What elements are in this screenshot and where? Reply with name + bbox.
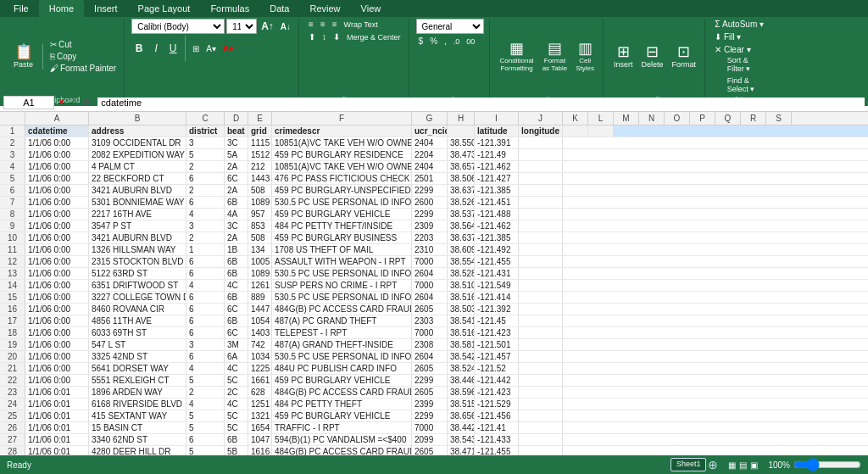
cell-styles-button[interactable]: ▥ CellStyles — [572, 39, 598, 74]
decrease-decimal-button[interactable]: 00 — [464, 36, 477, 47]
align-center-button[interactable]: ≡ — [318, 19, 328, 30]
confirm-formula-icon[interactable]: ✓ — [69, 97, 76, 108]
cell[interactable]: 38.53717 — [448, 209, 475, 220]
table-row[interactable]: 51/1/06 0:0022 BECKFORD CT66C1443476 PC … — [0, 173, 868, 185]
cell[interactable]: 547 L ST — [89, 339, 186, 350]
cell[interactable]: 3421 AUBURN BLVD — [89, 185, 186, 196]
italic-button[interactable]: I — [148, 42, 164, 55]
cell[interactable]: 38.65785 — [448, 161, 475, 172]
cell[interactable]: 3 — [186, 220, 225, 231]
cell[interactable]: 1326 HILLSMAN WAY — [89, 244, 186, 255]
table-row[interactable]: 171/1/06 0:004856 11TH AVE66B1054487(A) … — [0, 315, 868, 327]
cell[interactable]: 2299 — [412, 375, 448, 386]
clear-button[interactable]: ✕ Clear ▾ — [712, 44, 753, 55]
cell[interactable]: 2204 — [412, 149, 448, 160]
cell-f1[interactable]: crimedescr — [272, 125, 412, 137]
tab-file[interactable]: File — [3, 0, 39, 17]
cell[interactable]: 1/1/06 0:01 — [25, 446, 89, 455]
number-format-select[interactable]: General — [416, 19, 484, 34]
cell[interactable]: 2 — [186, 232, 225, 243]
cell[interactable]: 1B — [225, 244, 248, 255]
cell[interactable]: 3325 42ND ST — [89, 351, 186, 362]
cell[interactable]: 38.6566 — [448, 410, 475, 421]
cell[interactable]: 5C — [225, 410, 248, 421]
cell[interactable]: 4 — [186, 363, 225, 374]
cell[interactable]: 6C — [225, 173, 248, 184]
cell[interactable]: 4C — [225, 280, 248, 291]
col-header-j[interactable]: J — [519, 112, 563, 125]
col-header-m[interactable]: M — [614, 112, 639, 125]
cell[interactable]: 1654 — [248, 422, 272, 433]
font-family-select[interactable]: Calibri (Body) — [131, 19, 225, 34]
table-row[interactable]: 131/1/06 0:005122 63RD ST66B1089530.5 PC… — [0, 268, 868, 280]
cell[interactable]: -121.462 — [475, 220, 519, 231]
cell[interactable]: 5 — [186, 149, 225, 160]
cell[interactable] — [519, 304, 563, 315]
insert-button[interactable]: ⊞ Insert — [610, 42, 637, 70]
cell[interactable] — [519, 161, 563, 172]
cell[interactable]: -121.41 — [475, 422, 519, 433]
cell[interactable]: 1225 — [248, 363, 272, 374]
cell[interactable]: 38.5438 — [448, 434, 475, 445]
cell[interactable]: 3 — [186, 339, 225, 350]
cell[interactable] — [519, 399, 563, 410]
cell[interactable]: 5122 63RD ST — [89, 268, 186, 279]
cell[interactable]: 4C — [225, 363, 248, 374]
cell[interactable]: 38.52698 — [448, 197, 475, 208]
decrease-font-button[interactable]: A↓ — [278, 21, 293, 32]
cell-d1[interactable]: beat — [225, 125, 248, 137]
cell[interactable]: 1/1/06 0:00 — [25, 137, 89, 148]
cell[interactable]: -121.456 — [475, 410, 519, 421]
cell[interactable]: -121.529 — [475, 399, 519, 410]
cell[interactable]: 2604 — [412, 268, 448, 279]
col-header-s[interactable]: S — [766, 112, 792, 125]
cell[interactable]: 6 — [186, 351, 225, 362]
cell[interactable]: 38.56433 — [448, 220, 475, 231]
cell-k1[interactable] — [563, 125, 588, 137]
top-align-button[interactable]: ⬆ — [306, 31, 318, 42]
cell[interactable] — [519, 149, 563, 160]
cell[interactable]: 530.5 PC USE PERSONAL ID INFO — [272, 351, 412, 362]
cell[interactable]: 3C — [225, 137, 248, 148]
cell[interactable] — [519, 197, 563, 208]
sort-filter-button[interactable]: Sort &Filter ▾ — [725, 55, 758, 74]
table-row[interactable]: 41/1/06 0:004 PALM CT22A21210851(A)VC TA… — [0, 161, 868, 173]
cell[interactable] — [519, 363, 563, 374]
cell[interactable]: 1/1/06 0:00 — [25, 292, 89, 303]
cell[interactable]: -121.488 — [475, 209, 519, 220]
table-row[interactable]: 181/1/06 0:006033 69TH ST66C1403TELEPEST… — [0, 327, 868, 339]
bold-button[interactable]: B — [131, 42, 147, 55]
merge-center-button[interactable]: Merge & Center — [344, 32, 403, 42]
cell[interactable]: 5B — [225, 446, 248, 455]
paste-button[interactable]: 📋 Paste — [8, 42, 38, 70]
cell[interactable]: 1447 — [248, 304, 272, 315]
cell[interactable]: 22 BECKFORD CT — [89, 173, 186, 184]
cell-i1[interactable]: latitude — [475, 125, 519, 137]
cell[interactable]: 7000 — [412, 422, 448, 433]
cell[interactable]: -121.391 — [475, 137, 519, 148]
cell[interactable]: -121.385 — [475, 232, 519, 243]
cell[interactable]: 530.5 PC USE PERSONAL ID INFO — [272, 268, 412, 279]
cell[interactable] — [519, 256, 563, 267]
cell[interactable]: 38.50398 — [448, 304, 475, 315]
cell[interactable]: 6B — [225, 268, 248, 279]
cell[interactable]: ASSAULT WITH WEAPON - I RPT — [272, 256, 412, 267]
cell[interactable]: 2082 EXPEDITION WAY — [89, 149, 186, 160]
table-row[interactable]: 191/1/06 0:00547 L ST33M742487(A) GRAND … — [0, 339, 868, 351]
table-row[interactable]: 281/1/06 0:014280 DEER HILL DR55B1616484… — [0, 446, 868, 455]
cell[interactable] — [519, 209, 563, 220]
cell-g1[interactable]: ucr_ncic_code — [412, 125, 448, 137]
cell[interactable]: 2404 — [412, 161, 448, 172]
cell[interactable]: 1/1/06 0:00 — [25, 244, 89, 255]
delete-button[interactable]: ⊟ Delete — [638, 42, 667, 70]
cell[interactable]: 6 — [186, 292, 225, 303]
cell[interactable]: 459 PC BURGLARY VEHICLE — [272, 209, 412, 220]
cell[interactable]: 1/1/06 0:00 — [25, 149, 89, 160]
cell[interactable]: 1115 — [248, 137, 272, 148]
middle-align-button[interactable]: ↕ — [320, 31, 329, 42]
cell[interactable]: 4280 DEER HILL DR — [89, 446, 186, 455]
cell[interactable]: 1443 — [248, 173, 272, 184]
cell[interactable]: 8460 ROVANA CIR — [89, 304, 186, 315]
col-header-c[interactable]: C — [186, 112, 225, 125]
cell[interactable]: 2605 — [412, 304, 448, 315]
